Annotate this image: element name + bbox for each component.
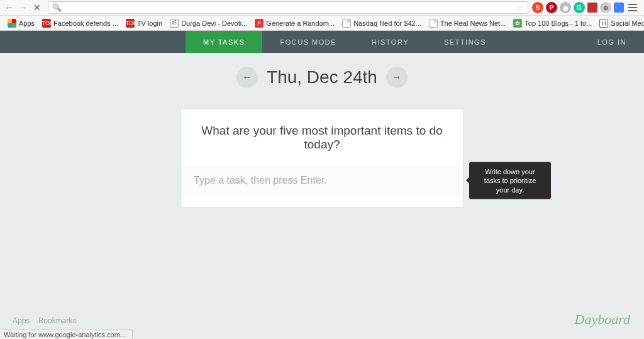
pinterest-icon[interactable]: P (546, 2, 557, 13)
bookmark-item[interactable]: The Real News Net... (425, 16, 510, 30)
bookmark-item[interactable]: TOI TV login (122, 16, 166, 30)
extension-icon[interactable]: ⊕ (600, 2, 611, 13)
translate-icon[interactable] (614, 3, 624, 13)
bookmark-label: Durga Devi - Devoti... (181, 19, 247, 27)
tooltip: Write down your tasks to prioritize your… (469, 162, 551, 199)
bookmark-star-icon[interactable]: ☆ (516, 3, 524, 13)
tasks-card: What are your five most important items … (180, 108, 464, 208)
footer-apps-link[interactable]: Apps (13, 316, 30, 325)
bookmark-label: Facebook defends ... (53, 19, 118, 27)
login-link[interactable]: LOG IN (580, 31, 644, 53)
forward-button[interactable]: → (18, 2, 29, 13)
bookmark-item[interactable]: TOI Facebook defends ... (38, 16, 122, 30)
favicon-icon: TOI (126, 19, 135, 28)
bookmark-label: Social Media News ... (611, 19, 644, 27)
tab-history[interactable]: HISTORY (354, 31, 426, 53)
bookmarks-bar: Apps TOI Facebook defends ... TOI TV log… (0, 16, 644, 31)
status-bar: Waiting for www.google-analytics.com... (0, 330, 133, 339)
document-icon (429, 19, 438, 28)
tab-my-tasks[interactable]: MY TASKS (186, 31, 262, 53)
brand-logo: Dayboard (575, 311, 630, 328)
footer-bookmarks-link[interactable]: Bookmarks (38, 316, 76, 325)
tab-focus-mode[interactable]: FOCUS MODE (262, 31, 354, 53)
browser-toolbar: ← → ✕ 🔍 ☆ S P ◉ G ⊕ (0, 0, 644, 16)
favicon-icon: TOI (42, 19, 51, 28)
bookmark-label: Top 100 Blogs - 1 to... (525, 19, 592, 27)
favicon-icon: H (599, 19, 608, 28)
stop-button[interactable]: ✕ (31, 2, 43, 13)
bookmark-item[interactable]: ✿ Top 100 Blogs - 1 to... (509, 16, 596, 30)
chrome-menu-button[interactable] (626, 4, 639, 11)
bookmark-item[interactable]: ॐ Durga Devi - Devoti... (166, 16, 251, 30)
apps-shortcut[interactable]: Apps (4, 16, 38, 30)
bookmark-label: Generate a Random... (266, 19, 335, 27)
tab-settings[interactable]: SETTINGS (426, 31, 504, 53)
apps-icon (8, 19, 16, 28)
extensions-area: S P ◉ G ⊕ (532, 2, 641, 13)
bookmark-item[interactable]: F Generate a Random... (251, 16, 338, 30)
content-area: ← Thu, Dec 24th → What are your five mos… (0, 53, 644, 339)
address-bar[interactable]: 🔍 ☆ (48, 1, 528, 14)
card-heading: What are your five most important items … (181, 124, 463, 152)
footer-links: Apps Bookmarks (13, 316, 76, 325)
bookmark-label: Apps (19, 19, 35, 27)
bookmark-item[interactable]: Nasdaq filed for $42... (338, 16, 425, 30)
bookmark-item[interactable]: H Social Media News ... (596, 16, 644, 30)
date-title: Thu, Dec 24th (267, 67, 377, 87)
task-input[interactable] (181, 167, 463, 194)
back-button[interactable]: ← (4, 2, 15, 13)
next-day-button[interactable]: → (386, 67, 408, 88)
grammarly-icon[interactable]: G (574, 2, 585, 13)
search-icon: 🔍 (52, 3, 62, 12)
stumbleupon-icon[interactable]: S (532, 2, 543, 13)
extension-icon[interactable]: ◉ (560, 2, 571, 13)
favicon-icon: ॐ (170, 19, 179, 28)
favicon-icon: ✿ (513, 19, 522, 28)
prev-day-button[interactable]: ← (236, 67, 258, 88)
extension-icon[interactable] (587, 3, 597, 13)
favicon-icon: F (255, 19, 264, 28)
bookmark-label: The Real News Net... (440, 19, 506, 27)
app-navbar: MY TASKS FOCUS MODE HISTORY SETTINGS LOG… (0, 31, 644, 53)
bookmark-label: TV login (137, 19, 162, 27)
date-navigator: ← Thu, Dec 24th → (0, 53, 644, 88)
document-icon (342, 19, 351, 28)
bookmark-label: Nasdaq filed for $42... (353, 19, 421, 27)
